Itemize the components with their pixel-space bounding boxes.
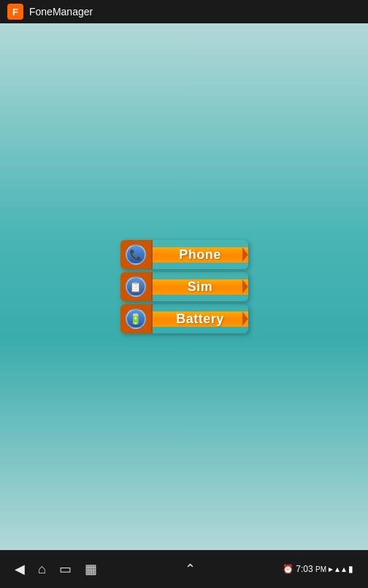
- app-icon-letter: F: [12, 7, 18, 18]
- status-bar: F FoneManager: [0, 0, 368, 23]
- ampm-value: PM: [315, 565, 326, 573]
- battery-label: Battery: [176, 312, 224, 327]
- nav-bar: ◀ ⌂ ▭ ▦ ⌃ ⏰ 7:03 PM ▸ ▴ ▴ ▮: [0, 550, 368, 588]
- nav-left: ◀ ⌂ ▭ ▦: [15, 561, 97, 577]
- main-content: 📞 Phone 📋 Sim 🔋: [0, 23, 368, 550]
- status-icons: ⏰ 7:03 PM ▸ ▴ ▴ ▮: [283, 564, 353, 574]
- app-icon: F: [7, 4, 23, 20]
- phone-icon-circle: 📞: [126, 244, 146, 265]
- screenshot-icon[interactable]: ▦: [85, 561, 97, 577]
- battery-icon-circle: 🔋: [126, 309, 146, 329]
- menu-container: 📞 Phone 📋 Sim 🔋: [120, 240, 248, 333]
- recents-icon[interactable]: ▭: [59, 561, 72, 577]
- phone-label: Phone: [179, 247, 221, 263]
- phone-icon: 📞: [129, 249, 142, 260]
- nav-right: ⏰ 7:03 PM ▸ ▴ ▴ ▮: [283, 564, 353, 574]
- time-display: 7:03 PM: [296, 564, 326, 574]
- back-icon[interactable]: ◀: [15, 561, 25, 577]
- bluetooth-icon: ▸: [329, 564, 333, 574]
- home-icon[interactable]: ⌂: [38, 562, 46, 577]
- nav-center: ⌃: [185, 561, 196, 577]
- sim-button-icon-bg: 📋: [120, 272, 153, 301]
- app-title: FoneManager: [29, 6, 93, 18]
- time-value: 7:03: [296, 564, 313, 574]
- phone-button-icon-bg: 📞: [120, 240, 153, 269]
- battery-icon: 🔋: [129, 313, 142, 325]
- wifi-icon: ▴: [335, 564, 340, 574]
- signal-icon: ▴: [342, 564, 346, 574]
- battery-status-icon: ▮: [348, 564, 353, 574]
- phone-button[interactable]: 📞 Phone: [120, 240, 248, 269]
- battery-label-area: Battery: [153, 312, 248, 327]
- battery-button[interactable]: 🔋 Battery: [120, 304, 248, 333]
- menu-icon[interactable]: ⌃: [185, 561, 196, 577]
- sim-label: Sim: [188, 279, 213, 295]
- sim-icon-circle: 📋: [126, 276, 146, 297]
- phone-label-area: Phone: [153, 247, 248, 263]
- battery-button-icon-bg: 🔋: [120, 304, 153, 333]
- sim-label-area: Sim: [153, 279, 248, 295]
- sim-button[interactable]: 📋 Sim: [120, 272, 248, 301]
- clock-icon: ⏰: [283, 564, 294, 574]
- sim-icon: 📋: [129, 281, 142, 293]
